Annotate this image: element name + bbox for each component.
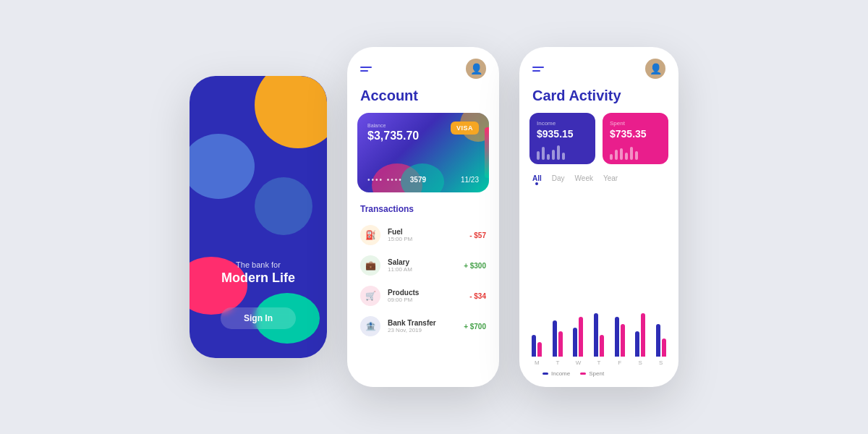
chart-day-label: T	[556, 359, 559, 366]
chart-bars: MTWTFSS	[529, 190, 668, 366]
phone2-header: 👤	[347, 47, 499, 85]
mini-bar	[547, 154, 550, 160]
fuel-amount: - $57	[469, 231, 486, 239]
transaction-item[interactable]: 🏦 Bank Transfer 23 Nov, 2019 + $700	[347, 311, 499, 341]
fuel-name: Fuel	[388, 228, 462, 236]
transaction-item[interactable]: ⛽ Fuel 15:00 PM - $57	[347, 220, 499, 250]
period-tabs: All Day Week Year	[519, 174, 678, 190]
spent-bar	[600, 335, 604, 357]
legend-spent: Spent	[580, 370, 604, 377]
blob-blue-mid	[255, 177, 312, 235]
income-bar	[635, 331, 639, 357]
income-mini-bars	[537, 144, 588, 160]
salary-icon: 💼	[360, 255, 380, 276]
mini-bar	[610, 154, 613, 160]
fuel-info: Fuel 15:00 PM	[388, 228, 462, 242]
phone-account: 👤 Account Balance $3,735.70 VISA •••• ••…	[347, 47, 499, 387]
mini-bar	[552, 150, 555, 160]
bar-pair	[592, 313, 607, 357]
blob-blue-light	[190, 134, 255, 199]
mini-bar	[630, 147, 633, 160]
phone1-content: The bank for Modern Life Sign In	[190, 260, 327, 329]
legend-spent-dot	[580, 373, 586, 375]
tab-day[interactable]: Day	[552, 174, 565, 182]
fuel-time: 15:00 PM	[388, 236, 462, 242]
credit-card: Balance $3,735.70 VISA •••• •••• 3579 11…	[357, 113, 489, 192]
card-activity-title: Card Activity	[519, 85, 678, 113]
bar-pair	[653, 324, 668, 357]
main-headline: Modern Life	[221, 271, 295, 286]
salary-time: 11:00 AM	[388, 266, 456, 273]
chart-day-group: T	[592, 313, 607, 366]
card-dots: •••• ••••	[367, 176, 403, 184]
stats-row: Income $935.15 Spent $735.35	[519, 113, 678, 174]
products-icon: 🛒	[360, 286, 380, 306]
chart-day-group: T	[550, 320, 566, 366]
transaction-item[interactable]: 🛒 Products 09:00 PM - $34	[347, 281, 499, 311]
chart-day-group: M	[529, 335, 545, 366]
signin-button[interactable]: Sign In	[221, 307, 296, 329]
transaction-list: ⛽ Fuel 15:00 PM - $57 💼 Salary 11:00 AM …	[347, 220, 499, 387]
card-expiry: 11/23	[461, 176, 479, 184]
spent-value: $735.35	[610, 128, 661, 140]
mini-bar	[635, 151, 638, 160]
chart-day-group: W	[571, 317, 586, 366]
menu-icon[interactable]	[360, 67, 372, 72]
income-bar	[553, 320, 557, 357]
income-bar	[594, 313, 598, 357]
income-label: Income	[537, 120, 588, 127]
phone-signin: The bank for Modern Life Sign In	[190, 76, 327, 358]
card-last4: 3579	[410, 176, 426, 184]
chart-day-group: F	[612, 317, 627, 366]
salary-name: Salary	[388, 258, 456, 266]
chart-day-label: F	[618, 359, 621, 366]
bank-name: Bank Transfer	[388, 319, 456, 327]
transaction-item[interactable]: 💼 Salary 11:00 AM + $300	[347, 250, 499, 281]
card-side-strip	[485, 127, 489, 178]
legend-income: Income	[542, 370, 570, 377]
bar-pair	[529, 335, 545, 357]
avatar[interactable]: 👤	[645, 59, 665, 79]
menu-icon[interactable]	[532, 67, 544, 72]
chart-area: MTWTFSS Income Spent	[519, 190, 678, 387]
mini-bar	[620, 148, 623, 160]
salary-info: Salary 11:00 AM	[388, 258, 456, 273]
chart-day-label: T	[597, 359, 601, 366]
spent-bar	[662, 339, 666, 357]
bank-info: Bank Transfer 23 Nov, 2019	[388, 319, 456, 333]
income-stat-card: Income $935.15	[529, 113, 595, 164]
tab-year[interactable]: Year	[603, 174, 618, 182]
bank-amount: + $700	[464, 323, 486, 331]
avatar[interactable]: 👤	[466, 59, 486, 79]
card-bottom: •••• •••• 3579	[367, 176, 426, 184]
bank-time: 23 Nov, 2019	[388, 327, 456, 333]
tab-week[interactable]: Week	[575, 174, 593, 182]
products-time: 09:00 PM	[388, 297, 462, 303]
mini-bar	[557, 145, 560, 160]
spent-mini-bars	[610, 144, 661, 160]
legend-spent-label: Spent	[589, 370, 604, 377]
chart-day-group: S	[653, 324, 668, 366]
mini-bar	[625, 153, 628, 160]
chart-day-label: M	[535, 359, 540, 366]
income-bar	[573, 328, 577, 357]
spent-stat-card: Spent $735.35	[603, 113, 668, 164]
visa-badge: VISA	[451, 122, 479, 135]
income-bar	[532, 335, 536, 357]
mini-bar	[537, 151, 540, 160]
mini-bar	[562, 153, 565, 160]
phone3-header: 👤	[519, 47, 678, 85]
products-info: Products 09:00 PM	[388, 289, 462, 303]
spent-bar	[621, 324, 625, 357]
bar-pair	[612, 317, 627, 357]
spent-bar	[558, 331, 563, 357]
mini-bar	[542, 147, 545, 160]
bar-pair	[633, 313, 648, 357]
bar-pair	[550, 320, 566, 357]
legend-income-label: Income	[551, 370, 570, 377]
tab-all[interactable]: All	[532, 174, 542, 182]
products-amount: - $34	[469, 292, 486, 300]
income-bar	[656, 324, 660, 357]
chart-day-group: S	[633, 313, 648, 366]
salary-amount: + $300	[464, 262, 486, 270]
